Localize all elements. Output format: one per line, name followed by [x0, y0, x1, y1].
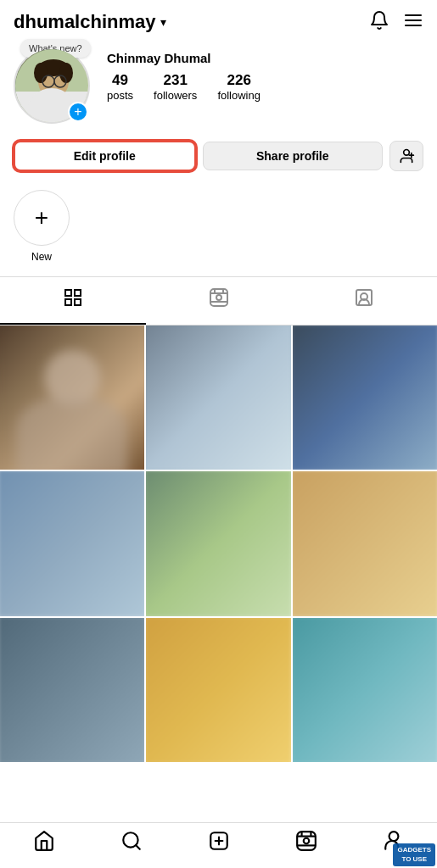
photo-cell-1[interactable]	[0, 326, 144, 470]
chevron-down-icon: ▾	[160, 15, 166, 29]
posts-count: 49	[112, 72, 128, 89]
tab-reels[interactable]	[146, 277, 292, 325]
posts-label: posts	[107, 89, 133, 102]
add-person-icon	[398, 147, 415, 164]
photo-cell-8[interactable]	[146, 618, 290, 762]
photo-cell-4[interactable]	[0, 471, 144, 615]
action-buttons: Edit profile Share profile	[0, 134, 437, 181]
avatar-wrapper: What's new?	[14, 47, 90, 124]
svg-point-36	[303, 838, 309, 844]
notification-icon[interactable]	[369, 10, 389, 34]
photo-cell-9[interactable]	[293, 618, 437, 762]
nav-add[interactable]	[175, 830, 262, 858]
followers-label: followers	[154, 89, 197, 102]
tab-grid[interactable]	[0, 277, 146, 325]
edit-profile-button[interactable]: Edit profile	[14, 141, 196, 171]
svg-rect-21	[210, 289, 227, 306]
svg-rect-35	[297, 832, 316, 850]
bottom-nav: GADGETSTO USE	[0, 822, 437, 868]
menu-icon[interactable]	[403, 10, 423, 34]
photo-grid	[0, 326, 437, 762]
watermark: GADGETSTO USE	[393, 843, 435, 866]
reels-icon	[209, 287, 229, 313]
followers-stat[interactable]: 231 followers	[154, 72, 197, 102]
search-icon	[120, 830, 143, 858]
stats-row: 49 posts 231 followers 226 following	[107, 72, 423, 102]
profile-info: Chinmay Dhumal 49 posts 231 followers 22…	[107, 47, 423, 102]
add-user-button[interactable]	[389, 141, 423, 171]
tab-tagged[interactable]	[291, 277, 437, 325]
svg-rect-6	[46, 93, 61, 110]
nav-home[interactable]	[0, 830, 87, 858]
header: dhumalchinmay ▾	[0, 0, 437, 41]
posts-stat[interactable]: 49 posts	[107, 72, 133, 102]
tab-bar	[0, 276, 437, 326]
svg-point-9	[34, 63, 48, 83]
svg-line-31	[136, 845, 140, 849]
tagged-icon	[354, 287, 374, 313]
svg-point-41	[389, 832, 398, 841]
following-label: following	[217, 89, 261, 102]
grid-icon	[63, 287, 83, 313]
nav-profile[interactable]: GADGETSTO USE	[350, 830, 437, 858]
svg-point-14	[404, 150, 410, 156]
nav-reels[interactable]	[262, 830, 350, 858]
new-story-label: New	[31, 251, 52, 263]
header-icons	[369, 10, 423, 34]
username: dhumalchinmay	[14, 11, 155, 33]
new-story-item[interactable]: + New	[14, 190, 70, 263]
home-icon	[33, 830, 55, 858]
add-icon	[208, 830, 230, 858]
avatar-plus-button[interactable]: +	[68, 102, 88, 122]
new-story-circle[interactable]: +	[14, 190, 70, 246]
photo-cell-2[interactable]	[146, 326, 290, 470]
svg-rect-17	[65, 290, 71, 296]
nav-search[interactable]	[87, 830, 175, 858]
photo-cell-5[interactable]	[146, 471, 290, 615]
svg-rect-20	[75, 299, 81, 305]
followers-count: 231	[164, 72, 188, 89]
reels-nav-icon	[295, 830, 317, 858]
following-count: 226	[227, 72, 250, 89]
photo-cell-3[interactable]	[293, 326, 437, 470]
profile-section: What's new?	[0, 41, 437, 134]
svg-point-22	[216, 295, 221, 300]
display-name: Chinmay Dhumal	[107, 51, 423, 65]
svg-rect-18	[75, 290, 81, 296]
svg-rect-19	[65, 299, 71, 305]
new-story-plus-icon: +	[35, 206, 48, 230]
stories-row: + New	[0, 181, 437, 276]
photo-cell-7[interactable]	[0, 618, 144, 762]
share-profile-button[interactable]: Share profile	[203, 142, 384, 170]
following-stat[interactable]: 226 following	[217, 72, 261, 102]
username-area[interactable]: dhumalchinmay ▾	[14, 11, 166, 33]
photo-cell-6[interactable]	[293, 471, 437, 615]
